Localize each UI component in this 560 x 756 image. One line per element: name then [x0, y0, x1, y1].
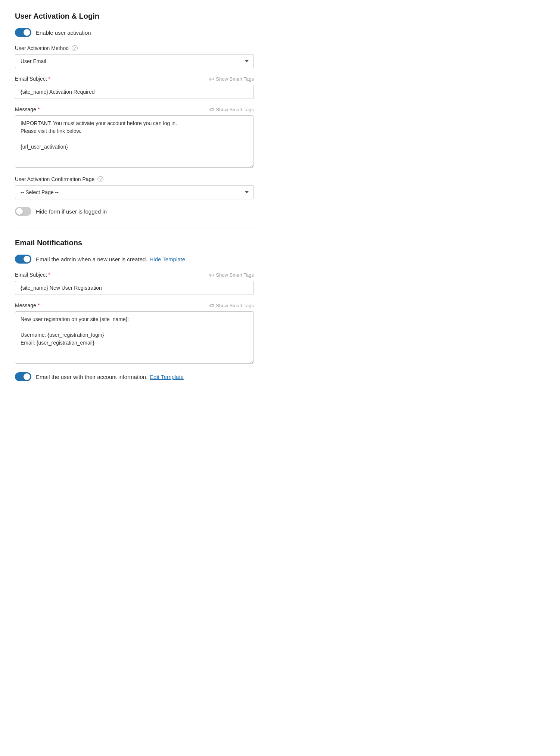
activation-method-help-icon[interactable]: ? — [72, 45, 78, 51]
confirmation-page-label-row: User Activation Confirmation Page ? — [15, 176, 254, 182]
activation-method-group: User Activation Method ? User Email Emai… — [15, 45, 254, 68]
activation-message-textarea[interactable]: IMPORTANT: You must activate your accoun… — [15, 115, 254, 168]
admin-message-group: Message * 🏷 Show Smart Tags New user reg… — [15, 302, 254, 365]
hide-form-toggle[interactable] — [15, 207, 31, 216]
email-subject-required: * — [49, 76, 50, 82]
edit-template-link[interactable]: Edit Template — [150, 374, 184, 380]
confirmation-page-group: User Activation Confirmation Page ? -- S… — [15, 176, 254, 199]
admin-email-subject-input[interactable] — [15, 281, 254, 295]
tag-icon: 🏷 — [209, 76, 214, 82]
enable-activation-toggle[interactable] — [15, 28, 31, 37]
tag-icon: 🏷 — [209, 272, 214, 278]
confirmation-page-label: User Activation Confirmation Page ? — [15, 176, 103, 182]
activation-method-label-row: User Activation Method ? — [15, 45, 254, 51]
admin-email-subject-label-row: Email Subject * 🏷 Show Smart Tags — [15, 272, 254, 278]
user-email-label: Email the user with their account inform… — [36, 374, 184, 380]
confirmation-page-select[interactable]: -- Select Page -- — [15, 185, 254, 199]
activation-message-required: * — [38, 106, 40, 112]
hide-form-label: Hide form if user is logged in — [36, 208, 107, 215]
admin-message-label-row: Message * 🏷 Show Smart Tags — [15, 302, 254, 308]
enable-activation-label: Enable user activation — [36, 29, 91, 36]
tag-icon: 🏷 — [209, 107, 214, 112]
admin-email-subject-required: * — [49, 272, 50, 278]
admin-message-label: Message * — [15, 302, 40, 308]
activation-method-select[interactable]: User Email Email Confirmation Admin Appr… — [15, 54, 254, 68]
enable-activation-row: Enable user activation — [15, 28, 254, 37]
admin-message-smart-tags-link[interactable]: 🏷 Show Smart Tags — [209, 303, 254, 308]
notifications-section: Email Notifications Email the admin when… — [15, 239, 254, 381]
admin-email-toggle[interactable] — [15, 255, 31, 264]
admin-email-subject-group: Email Subject * 🏷 Show Smart Tags — [15, 272, 254, 295]
email-subject-input[interactable] — [15, 85, 254, 99]
activation-section-title: User Activation & Login — [15, 12, 254, 21]
email-subject-smart-tags-link[interactable]: 🏷 Show Smart Tags — [209, 76, 254, 82]
admin-email-subject-smart-tags-link[interactable]: 🏷 Show Smart Tags — [209, 272, 254, 278]
notifications-section-title: Email Notifications — [15, 239, 254, 247]
admin-email-row: Email the admin when a new user is creat… — [15, 255, 254, 264]
email-subject-label: Email Subject * — [15, 76, 50, 82]
activation-section: User Activation & Login Enable user acti… — [15, 12, 254, 216]
hide-form-row: Hide form if user is logged in — [15, 207, 254, 216]
activation-method-select-wrapper: User Email Email Confirmation Admin Appr… — [15, 54, 254, 68]
tag-icon: 🏷 — [209, 303, 214, 308]
admin-message-required: * — [38, 302, 40, 308]
email-subject-group: Email Subject * 🏷 Show Smart Tags — [15, 76, 254, 99]
activation-method-label: User Activation Method ? — [15, 45, 78, 51]
activation-message-label-row: Message * 🏷 Show Smart Tags — [15, 106, 254, 112]
user-email-toggle[interactable] — [15, 372, 31, 381]
activation-message-group: Message * 🏷 Show Smart Tags IMPORTANT: Y… — [15, 106, 254, 169]
email-subject-label-row: Email Subject * 🏷 Show Smart Tags — [15, 76, 254, 82]
admin-message-textarea[interactable]: New user registration on your site {site… — [15, 311, 254, 364]
confirmation-page-select-wrapper: -- Select Page -- — [15, 185, 254, 199]
hide-template-link[interactable]: Hide Template — [149, 256, 185, 262]
admin-email-subject-label: Email Subject * — [15, 272, 50, 278]
section-divider — [15, 227, 254, 227]
user-email-row: Email the user with their account inform… — [15, 372, 254, 381]
confirmation-page-help-icon[interactable]: ? — [97, 176, 103, 182]
admin-email-label: Email the admin when a new user is creat… — [36, 256, 185, 262]
activation-message-smart-tags-link[interactable]: 🏷 Show Smart Tags — [209, 107, 254, 112]
activation-message-label: Message * — [15, 106, 40, 112]
